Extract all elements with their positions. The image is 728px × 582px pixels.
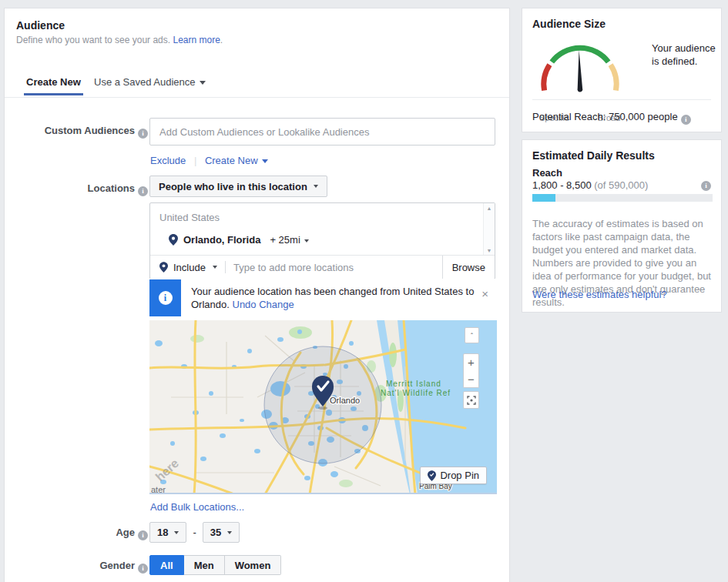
exclude-link[interactable]: Exclude [150,155,186,166]
gender-option-men[interactable]: Men [184,555,225,575]
info-icon: i [159,291,173,305]
age-min-dropdown[interactable]: 18 [149,522,186,543]
page-subtitle: Define who you want to see your ads. Lea… [16,35,223,45]
gender-label: Genderi [5,560,148,574]
radius-dropdown[interactable]: + 25mi [270,234,308,246]
map-region-label: Merritt Island [386,380,441,388]
add-bulk-locations-link[interactable]: Add Bulk Locations... [150,501,244,513]
audience-size-panel: Audience Size Specific Broad Your audien… [522,8,722,132]
tab-create-new[interactable]: Create New [26,76,81,88]
svg-text:Orlando: Orlando [330,396,360,405]
locate-icon [467,396,476,405]
map-pin-icon [159,262,168,273]
location-map[interactable]: Merritt Island Nat'l Wildlife Ref here a… [149,320,497,494]
svg-text:Nat'l Wildlife Ref: Nat'l Wildlife Ref [381,389,451,397]
drop-pin-button[interactable]: Drop Pin [420,467,487,484]
audience-status-text: Your audience is defined. [652,42,720,68]
learn-more-link[interactable]: Learn more [173,35,220,45]
gender-option-women[interactable]: Women [225,555,282,575]
age-max-dropdown[interactable]: 35 [203,522,240,543]
panel-divider [532,99,711,100]
info-icon[interactable]: i [701,181,711,191]
info-icon[interactable]: i [138,129,148,139]
map-pin-icon [169,234,178,246]
chevron-down-icon [200,81,206,85]
chevron-down-icon[interactable] [213,266,217,269]
audience-size-title: Audience Size [532,18,606,30]
add-location-input[interactable] [233,262,442,273]
locations-scrollbar[interactable]: ▲ ▼ [483,203,495,256]
locations-add-row: Include Browse [150,255,495,279]
scroll-up-icon[interactable]: ▲ [484,206,495,211]
tabbar-divider [5,97,509,98]
gauge-icon [530,39,630,95]
info-banner-icon-block: i [149,279,181,316]
scroll-down-icon[interactable]: ▼ [484,248,495,253]
locate-button[interactable] [463,391,479,409]
info-icon[interactable]: i [681,115,691,125]
age-label: Agei [5,527,148,540]
chevron-down-icon [174,531,179,534]
reach-progress-bar [532,194,713,202]
subtitle-text: Define who you want to see your ads. [16,35,170,45]
map-pin-icon [428,470,436,481]
close-icon[interactable]: × [481,288,488,299]
browse-button[interactable]: Browse [442,256,495,279]
create-new-link[interactable]: Create New [205,155,258,166]
map-partial-label: ater [151,485,166,494]
audience-size-gauge: Specific Broad [530,39,630,95]
undo-change-link[interactable]: Undo Change [233,299,294,310]
locations-list-box: United States Orlando, Florida + 25mi ▲ … [149,202,495,279]
chevron-down-icon [262,159,268,163]
audience-section: Audience Define who you want to see your… [4,8,510,582]
location-changed-banner: i Your audience location has been change… [149,279,495,316]
estimates-feedback-link[interactable]: Were these estimates helpful? [532,289,667,300]
info-icon[interactable]: i [138,530,148,540]
chevron-down-icon [314,185,318,188]
tab-use-saved-audience[interactable]: Use a Saved Audience [94,76,206,88]
custom-audiences-links: Exclude | Create New [150,155,268,166]
zoom-out-button[interactable]: − [463,370,479,388]
custom-audiences-label: Custom Audiencesi [5,125,148,139]
chevron-down-icon [304,239,309,242]
location-mode-dropdown[interactable]: People who live in this location [149,176,327,197]
info-icon[interactable]: i [138,186,148,196]
age-row: 18 - 35 [149,522,240,543]
info-icon[interactable]: i [138,564,148,574]
map-collapse-button[interactable]: ˆ [465,327,479,343]
edr-title: Estimated Daily Results [532,149,655,162]
location-item-country[interactable]: United States [159,212,220,223]
banner-text: Your audience location has been changed … [181,279,494,316]
locations-label: Locationsi [5,182,148,196]
chevron-down-icon [227,531,232,534]
edr-metric-label: Reach [532,167,562,179]
selected-city-label: Orlando, Florida [183,234,260,246]
include-dropdown[interactable]: Include [173,262,206,273]
zoom-in-button[interactable]: + [463,353,479,371]
edr-range: 1,800 - 8,500 (of 590,000) [532,179,648,191]
location-item-selected[interactable]: Orlando, Florida + 25mi [169,234,309,246]
page-title: Audience [16,19,65,32]
reach-progress-fill [532,194,555,202]
estimated-daily-results-panel: Estimated Daily Results Reach 1,800 - 8,… [522,139,722,313]
custom-audiences-input[interactable] [149,118,495,146]
gender-segmented-control: All Men Women [149,555,281,575]
potential-reach: Potential Reach: 750,000 peoplei [532,111,691,125]
gender-option-all[interactable]: All [149,555,184,575]
